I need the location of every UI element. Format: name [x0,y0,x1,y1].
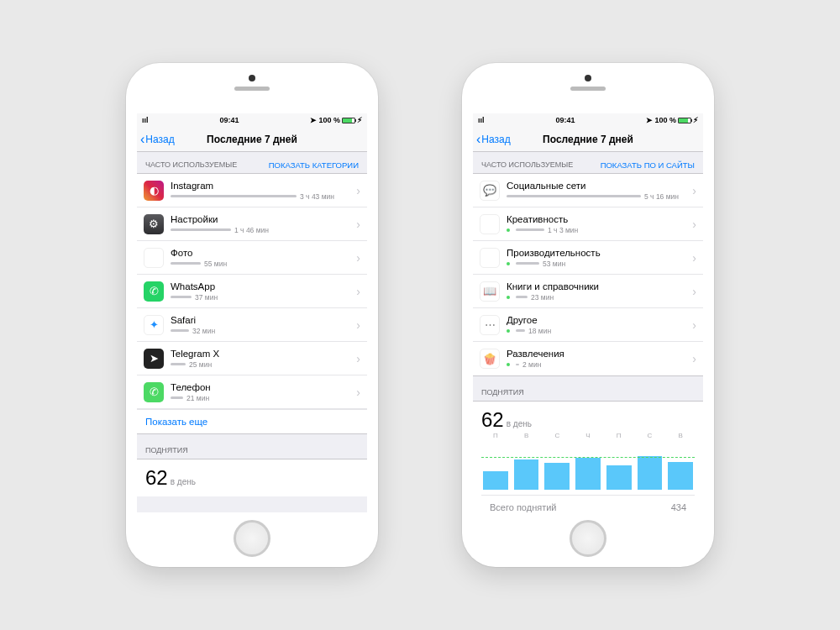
usage-bar-line: 18 мин [507,327,689,335]
list-row[interactable]: ✎Креативность1 ч 3 мин› [473,207,703,241]
day-label: П [606,432,632,439]
list-row[interactable]: ◐Instagram3 ч 43 мин› [137,174,367,207]
chevron-right-icon: › [692,218,696,231]
app-icon: ✎ [480,214,500,234]
usage-bar-line: 25 мин [171,360,353,369]
pickups-box[interactable]: 62 в день ПВСЧПСВ Всего поднятий 434 [473,401,703,512]
home-button[interactable] [234,520,270,557]
list-row[interactable]: ✦Safari32 мин› [137,308,367,342]
list-row[interactable]: ⋯Другое18 мин› [473,308,703,342]
day-label: Ч [575,432,601,439]
row-main: Креативность1 ч 3 мин [507,214,689,234]
duration-label: 32 мин [192,327,215,335]
row-main: Фото55 мин [171,248,353,268]
toggle-apps-link[interactable]: ПОКАЗАТЬ ПО И САЙТЫ [601,160,695,170]
screen-right: ııl 09:41 ➤ 100 % ⚡︎ ‹Назад Последние 7 … [473,113,703,512]
row-name: Развлечения [507,349,689,359]
chart-bar [575,458,601,490]
nav-bar: ‹Назад Последние 7 дней [473,127,703,152]
row-main: Другое18 мин [507,315,689,335]
pickups-chart [481,444,695,490]
screen-left: ııl 09:41 ➤ 100 % ⚡︎ ‹Назад Последние 7 … [137,113,367,512]
duration-label: 1 ч 3 мин [548,226,578,234]
pickups-box[interactable]: 62 в день [137,459,367,496]
battery-icon [678,118,691,123]
row-name: Книги и справочники [507,281,689,291]
charging-icon: ⚡︎ [357,116,362,124]
app-icon: 🍿 [480,349,500,369]
location-icon: ➤ [310,116,317,124]
phone-left: ııl 09:41 ➤ 100 % ⚡︎ ‹Назад Последние 7 … [126,63,378,567]
row-main: Телефон21 мин [171,382,353,402]
chevron-right-icon: › [356,318,360,332]
back-button[interactable]: ‹Назад [140,134,175,145]
page-title: Последние 7 дней [207,134,297,145]
list-row[interactable]: 💬Социальные сети5 ч 16 мин› [473,174,703,207]
row-name: Настройки [171,214,353,224]
usage-bar [516,228,544,231]
category-list: 💬Социальные сети5 ч 16 мин›✎Креативность… [473,173,703,376]
show-more-button[interactable]: Показать еще [137,409,367,433]
pickups-number: 62 [145,466,168,489]
pickups-number: 62 [481,408,504,431]
row-main: Safari32 мин [171,315,353,335]
phone-right: ııl 09:41 ➤ 100 % ⚡︎ ‹Назад Последние 7 … [462,63,714,567]
row-name: Социальные сети [507,181,689,191]
app-icon: ✆ [144,382,164,402]
list-row[interactable]: ✆WhatsApp37 мин› [137,275,367,308]
limit-dot-icon [507,296,510,299]
pickups-unit: в день [507,419,532,428]
chart-bar [483,471,508,490]
app-icon: ✎ [480,248,500,268]
list-row[interactable]: ⚙Настройки1 ч 46 мин› [137,207,367,241]
duration-label: 18 мин [528,327,551,335]
usage-bar-line: 5 ч 16 мин [507,192,689,201]
home-button[interactable] [570,520,606,557]
signal-icon: ııl [478,116,485,124]
chevron-right-icon: › [356,251,360,265]
content-left[interactable]: ЧАСТО ИСПОЛЬЗУЕМЫЕ ПОКАЗАТЬ КАТЕГОРИИ ◐I… [137,152,367,512]
total-row: Всего поднятий 434 [481,495,695,512]
row-name: Instagram [171,181,353,191]
toggle-categories-link[interactable]: ПОКАЗАТЬ КАТЕГОРИИ [269,160,359,170]
row-name: Safari [171,315,353,325]
bar-fill [544,463,570,490]
signal-icon: ııl [142,116,149,124]
chevron-right-icon: › [356,285,360,298]
bar-fill [575,458,601,490]
limit-dot-icon [507,262,510,265]
charging-icon: ⚡︎ [693,116,698,124]
list-row[interactable]: 📖Книги и справочники23 мин› [473,275,703,308]
row-name: Telegram X [171,349,353,359]
clock: 09:41 [219,116,239,124]
total-value: 434 [671,502,686,512]
list-row[interactable]: ✎Производительность53 мин› [473,241,703,275]
app-icon: ⋯ [480,315,500,335]
list-row[interactable]: 🍿Развлечения2 мин› [473,342,703,375]
row-main: WhatsApp37 мин [171,281,353,302]
app-icon: ✿ [144,248,164,268]
row-name: Производительность [507,248,689,258]
chevron-right-icon: › [692,285,696,298]
usage-bar [171,396,183,399]
day-label: С [544,432,570,439]
average-line [481,457,695,458]
list-row[interactable]: ✿Фото55 мин› [137,241,367,275]
content-right[interactable]: ЧАСТО ИСПОЛЬЗУЕМЫЕ ПОКАЗАТЬ ПО И САЙТЫ 💬… [473,152,703,512]
back-button[interactable]: ‹Назад [476,134,511,145]
list-row[interactable]: ✆Телефон21 мин› [137,375,367,409]
usage-bar-line: 21 мин [171,394,353,402]
bar-fill [668,462,693,490]
row-name: Другое [507,315,689,325]
location-icon: ➤ [646,116,653,124]
back-label: Назад [145,134,174,145]
chart-bar [606,465,632,490]
front-camera [249,75,255,81]
battery-icon [342,118,355,123]
app-icon: 💬 [480,181,500,201]
chevron-right-icon: › [692,184,696,197]
list-row[interactable]: ➤Telegram X25 мин› [137,342,367,375]
duration-label: 3 ч 43 мин [300,192,334,201]
limit-dot-icon [507,363,510,366]
row-main: Социальные сети5 ч 16 мин [507,181,689,201]
